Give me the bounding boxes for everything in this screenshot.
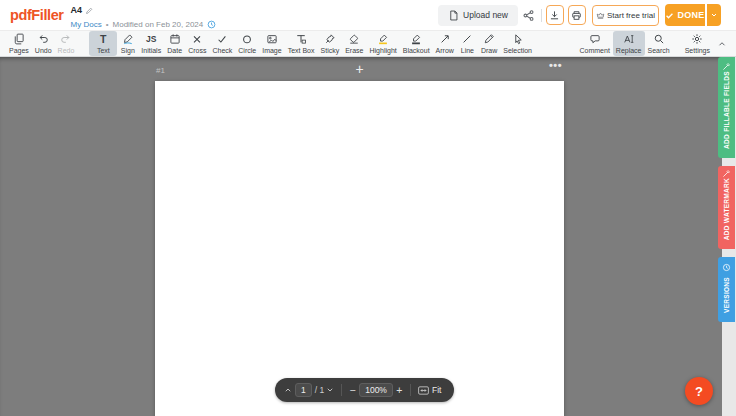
toolbar-item-erase[interactable]: Erase [342,31,366,56]
text-glyph-icon: T [100,33,106,46]
my-docs-link[interactable]: My Docs [71,20,102,29]
zoombar-divider [341,384,342,396]
pdffiller-logo[interactable]: pdfFiller [10,7,64,23]
toolbar-group-file: Pages Undo Redo [6,31,77,56]
page-number-label: #1 [156,66,165,75]
done-dropdown-button[interactable] [707,4,721,26]
redo-icon [60,33,72,46]
toolbar-item-redo[interactable]: Redo [55,31,78,56]
total-pages-label: / 1 [315,385,324,395]
arrow-icon [439,33,451,46]
toolbar-item-date[interactable]: Date [164,31,185,56]
document-meta: A4 My Docs • Modified on Feb 20, 2024 [71,1,217,29]
side-tabs: ADD FILLABLE FIELDS ADD WATERMARK VERSIO… [718,57,735,322]
toolbar-item-blackout[interactable]: Blackout [400,31,433,56]
pages-icon [13,33,25,46]
toolbar-item-search[interactable]: Search [645,31,673,56]
document-canvas: #1 + ••• ADD FILLABLE FIELDS ADD WATERMA… [0,57,736,416]
current-page-input[interactable]: 1 [295,383,312,397]
toolbar-item-pages[interactable]: Pages [6,31,32,56]
toolbar-item-check[interactable]: Check [209,31,235,56]
header-divider [541,9,542,22]
toolbar-group-tools: TText Sign JSInitials Date Cross Check C… [89,31,535,56]
zoom-level-input[interactable]: 100% [359,383,393,397]
done-button-group: DONE [665,4,721,26]
sticky-icon [324,33,336,46]
toolbar-group-review: Comment Replace Search [576,31,672,56]
textbox-icon [295,33,307,46]
pdffiller-app: pdfFiller A4 My Docs • Modified on Feb 2… [0,0,736,416]
page-header-row: #1 + ••• [155,61,564,77]
toolbar-item-undo[interactable]: Undo [32,31,55,56]
zoom-toolbar: 1 / 1 − 100% + Fit [275,378,454,402]
modified-label: Modified on Feb 20, 2024 [113,20,204,29]
date-icon [169,33,181,46]
circle-icon [241,33,253,46]
document-page[interactable] [155,81,564,416]
edit-title-icon[interactable] [85,1,93,19]
toolbar-item-comment[interactable]: Comment [576,31,612,56]
selection-icon [512,33,524,46]
highlight-icon [377,33,389,46]
print-button[interactable] [568,5,586,25]
toolbar-item-draw[interactable]: Draw [478,31,500,56]
history-clock-icon[interactable] [207,20,216,29]
toolbar-item-settings[interactable]: Settings [682,31,713,56]
replace-icon [623,33,635,46]
toolbar-item-highlight[interactable]: Highlight [366,31,399,56]
zoom-in-button[interactable]: + [395,384,404,396]
erase-icon [348,33,360,46]
line-icon [461,33,473,46]
initials-glyph-icon: JS [146,33,156,46]
document-title: A4 [71,5,83,15]
start-free-trial-button[interactable]: Start free trial [592,5,659,26]
toolbar-item-text[interactable]: TText [89,31,117,56]
check-icon [216,33,228,46]
side-tab-versions[interactable]: VERSIONS [718,257,735,322]
toolbar-item-line[interactable]: Line [457,31,478,56]
page-more-button[interactable]: ••• [549,61,562,69]
help-button[interactable]: ? [685,377,713,405]
upload-new-button[interactable]: Upload new [438,5,518,26]
toolbar-item-selection[interactable]: Selection [500,31,535,56]
sign-icon [122,33,134,46]
done-check-icon [665,11,674,20]
comment-icon [589,33,601,46]
search-icon [653,33,665,46]
done-button[interactable]: DONE [665,4,705,26]
toolbar-item-initials[interactable]: JSInitials [138,31,164,56]
zoombar-divider2 [410,384,411,396]
toolbar-item-replace[interactable]: Replace [613,31,645,56]
edit-toolbar: Pages Undo Redo TText Sign JSInitials Da… [0,30,736,57]
download-button[interactable] [546,5,564,25]
page-down-button[interactable] [325,378,335,402]
toolbar-item-textbox[interactable]: Text Box [285,31,318,56]
page-up-button[interactable] [283,378,293,402]
upload-doc-icon [448,10,459,21]
cross-icon [191,33,203,46]
separator-dot: • [106,20,109,29]
draw-icon [483,33,495,46]
side-tab-add-fillable-fields[interactable]: ADD FILLABLE FIELDS [718,57,735,158]
add-page-button[interactable]: + [355,61,363,77]
collapse-toolbar-button[interactable] [713,31,731,56]
share-button[interactable] [521,5,537,26]
undo-icon [37,33,49,46]
side-tab-add-watermark[interactable]: ADD WATERMARK [718,166,735,249]
fit-button[interactable]: Fit [418,385,441,395]
toolbar-item-sign[interactable]: Sign [117,31,138,56]
toolbar-item-sticky[interactable]: Sticky [318,31,343,56]
blackout-icon [410,33,422,46]
toolbar-item-cross[interactable]: Cross [185,31,209,56]
toolbar-group-settings: Settings [682,31,713,56]
settings-icon [691,33,703,46]
watermark-icon [722,169,731,178]
toolbar-item-circle[interactable]: Circle [235,31,259,56]
image-icon [266,33,278,46]
topbar: pdfFiller A4 My Docs • Modified on Feb 2… [0,0,736,30]
crown-icon [596,11,605,20]
zoom-out-button[interactable]: − [348,384,357,396]
toolbar-item-image[interactable]: Image [259,31,284,56]
toolbar-item-arrow[interactable]: Arrow [433,31,457,56]
magic-wand-icon [722,62,731,71]
